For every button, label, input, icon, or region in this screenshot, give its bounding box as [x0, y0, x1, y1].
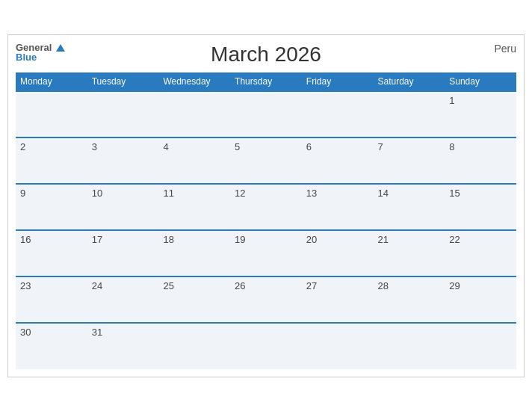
day-number: 12: [235, 188, 245, 199]
calendar-week-row: 3031: [16, 323, 516, 369]
calendar-grid: MondayTuesdayWednesdayThursdayFridaySatu…: [16, 72, 516, 369]
calendar-day-cell: 3: [87, 137, 159, 184]
calendar-header: General Blue March 2026 Peru: [16, 43, 516, 67]
logo-triangle-icon: [56, 44, 65, 52]
day-number: 7: [378, 141, 383, 152]
calendar-day-cell: 29: [445, 276, 516, 323]
calendar-day-cell: 25: [158, 276, 230, 323]
calendar-day-cell: 22: [445, 230, 516, 276]
calendar-day-cell: 12: [230, 184, 302, 230]
calendar-week-row: 9101112131415: [16, 184, 516, 230]
weekday-header: Monday: [16, 72, 87, 91]
weekday-header: Thursday: [230, 72, 302, 91]
calendar-day-cell: 9: [16, 184, 87, 230]
calendar-day-cell: 15: [445, 184, 516, 230]
day-number: 29: [449, 280, 460, 291]
calendar-day-cell: 8: [445, 137, 516, 184]
day-number: 5: [235, 141, 240, 152]
calendar-header-row: MondayTuesdayWednesdayThursdayFridaySatu…: [16, 72, 516, 91]
calendar-day-cell: [230, 91, 302, 137]
day-number: 3: [92, 141, 97, 152]
calendar-day-cell: [87, 91, 159, 137]
day-number: 23: [20, 280, 31, 291]
weekday-header: Wednesday: [158, 72, 230, 91]
day-number: 28: [378, 280, 389, 291]
calendar-container: General Blue March 2026 Peru MondayTuesd…: [7, 34, 525, 377]
day-number: 26: [235, 280, 245, 291]
calendar-day-cell: 24: [87, 276, 159, 323]
calendar-day-cell: [445, 323, 516, 369]
calendar-day-cell: 4: [158, 137, 230, 184]
calendar-day-cell: [16, 91, 87, 137]
calendar-title: March 2026: [16, 43, 516, 67]
calendar-day-cell: 20: [302, 230, 374, 276]
day-number: 20: [306, 234, 317, 245]
calendar-day-cell: [158, 323, 230, 369]
calendar-day-cell: 7: [374, 137, 445, 184]
day-number: 13: [306, 188, 317, 199]
calendar-week-row: 1: [16, 91, 516, 137]
day-number: 1: [449, 95, 454, 106]
day-number: 9: [20, 188, 25, 199]
calendar-week-row: 23242526272829: [16, 276, 516, 323]
day-number: 11: [163, 188, 173, 199]
calendar-day-cell: 17: [87, 230, 159, 276]
calendar-day-cell: 28: [374, 276, 445, 323]
calendar-day-cell: 11: [158, 184, 230, 230]
calendar-day-cell: 23: [16, 276, 87, 323]
calendar-day-cell: [158, 91, 230, 137]
calendar-day-cell: 16: [16, 230, 87, 276]
calendar-body: 1234567891011121314151617181920212223242…: [16, 91, 516, 369]
calendar-day-cell: 10: [87, 184, 159, 230]
calendar-day-cell: 13: [302, 184, 374, 230]
calendar-day-cell: [374, 323, 445, 369]
calendar-week-row: 2345678: [16, 137, 516, 184]
calendar-day-cell: [230, 323, 302, 369]
calendar-day-cell: 2: [16, 137, 87, 184]
day-number: 24: [92, 280, 102, 291]
day-number: 16: [20, 234, 31, 245]
day-number: 2: [20, 141, 25, 152]
day-number: 4: [163, 141, 168, 152]
calendar-day-cell: 18: [158, 230, 230, 276]
day-number: 14: [378, 188, 389, 199]
day-number: 18: [163, 234, 173, 245]
weekday-header: Sunday: [445, 72, 516, 91]
calendar-day-cell: [302, 323, 374, 369]
logo-general: General: [16, 43, 65, 52]
calendar-day-cell: 27: [302, 276, 374, 323]
calendar-day-cell: [374, 91, 445, 137]
calendar-day-cell: 1: [445, 91, 516, 137]
day-number: 25: [163, 280, 173, 291]
calendar-day-cell: [302, 91, 374, 137]
day-number: 8: [449, 141, 454, 152]
calendar-day-cell: 26: [230, 276, 302, 323]
day-number: 22: [449, 234, 460, 245]
weekday-header: Saturday: [374, 72, 445, 91]
calendar-day-cell: 14: [374, 184, 445, 230]
day-number: 21: [378, 234, 389, 245]
day-number: 6: [306, 141, 312, 152]
day-number: 19: [235, 234, 245, 245]
calendar-day-cell: 19: [230, 230, 302, 276]
logo-blue: Blue: [16, 52, 37, 62]
calendar-day-cell: 30: [16, 323, 87, 369]
calendar-day-cell: 31: [87, 323, 159, 369]
weekday-header: Friday: [302, 72, 374, 91]
calendar-day-cell: 6: [302, 137, 374, 184]
logo-area: General Blue: [16, 43, 65, 62]
day-number: 31: [92, 327, 102, 338]
weekday-header: Tuesday: [87, 72, 159, 91]
country-label: Peru: [494, 43, 516, 55]
calendar-week-row: 16171819202122: [16, 230, 516, 276]
day-number: 15: [449, 188, 460, 199]
day-number: 30: [20, 327, 31, 338]
day-number: 27: [306, 280, 317, 291]
calendar-day-cell: 21: [374, 230, 445, 276]
calendar-day-cell: 5: [230, 137, 302, 184]
day-number: 17: [92, 234, 102, 245]
day-number: 10: [92, 188, 102, 199]
